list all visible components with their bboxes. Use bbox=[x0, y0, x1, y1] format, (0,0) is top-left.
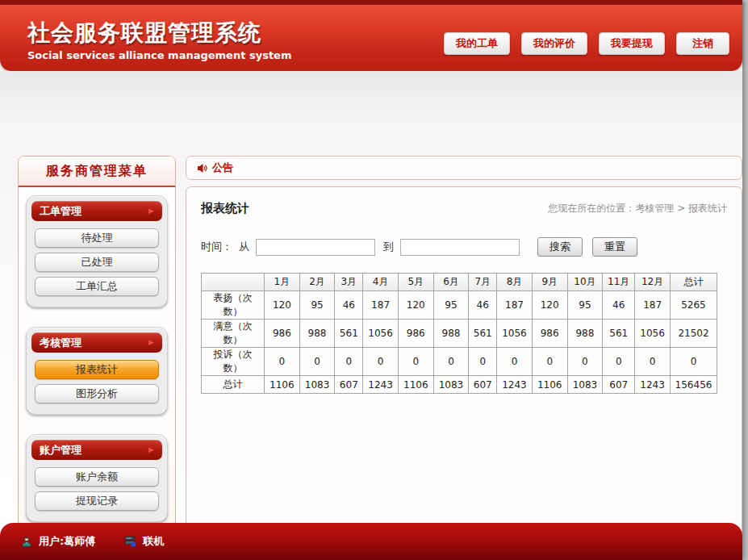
menu-group-items: 报表统计图形分析 bbox=[31, 353, 162, 409]
table-cell: 21502 bbox=[671, 320, 717, 348]
menu-group-header-workorder-management[interactable]: 工单管理▶ bbox=[31, 201, 162, 221]
row-label: 总计 bbox=[202, 376, 265, 394]
table-cell: 46 bbox=[469, 291, 497, 320]
table-cell: 0 bbox=[433, 348, 469, 376]
page-title: 报表统计 bbox=[201, 201, 249, 216]
table-cell: 0 bbox=[299, 348, 335, 376]
column-header: 1月 bbox=[265, 274, 300, 291]
table-row: 总计11061083607124311061083607124311061083… bbox=[202, 376, 717, 394]
sidebar-item-account-balance[interactable]: 账户余额 bbox=[35, 467, 159, 487]
table-cell: 0 bbox=[532, 348, 567, 376]
column-header: 6月 bbox=[433, 274, 469, 291]
main-panel: 报表统计 您现在所在的位置：考核管理 > 报表统计 时间： 从 到 搜索 重置 … bbox=[186, 186, 742, 560]
table-cell: 986 bbox=[398, 320, 433, 348]
time-label: 时间： bbox=[201, 240, 232, 254]
column-header: 2月 bbox=[299, 274, 335, 291]
table-cell: 187 bbox=[363, 291, 399, 320]
table-cell: 1056 bbox=[497, 320, 533, 348]
table-cell: 0 bbox=[497, 348, 533, 376]
table-cell: 1083 bbox=[567, 376, 603, 394]
app-header: 社会服务联盟管理系统 Social services alliance mana… bbox=[0, 0, 742, 71]
row-label: 投诉（次数） bbox=[202, 348, 265, 376]
announcement-label: 公告 bbox=[212, 161, 233, 175]
table-cell: 988 bbox=[433, 320, 469, 348]
table-cell: 1056 bbox=[635, 320, 671, 348]
table-cell: 156456 bbox=[671, 376, 717, 394]
header-top-strip bbox=[0, 0, 742, 5]
header-nav: 我的工单我的评价我要提现注销 bbox=[444, 32, 729, 55]
table-row: 表扬（次数）1209546187120954618712095461875265 bbox=[202, 291, 717, 320]
table-cell: 5265 bbox=[671, 291, 717, 320]
table-cell: 1243 bbox=[497, 376, 533, 394]
column-header: 9月 bbox=[532, 274, 567, 291]
menu-group-label: 考核管理 bbox=[40, 336, 81, 350]
announcement-bar: 公告 bbox=[186, 156, 742, 180]
table-cell: 95 bbox=[299, 291, 335, 320]
table-cell: 0 bbox=[671, 348, 717, 376]
footer-status-label: 联机 bbox=[143, 534, 164, 549]
table-cell: 561 bbox=[469, 320, 497, 348]
column-header: 5月 bbox=[398, 274, 433, 291]
table-cell: 1106 bbox=[265, 376, 300, 394]
app-footer: 用户:葛师傅 联机 bbox=[0, 523, 742, 560]
my-workorders-button[interactable]: 我的工单 bbox=[444, 32, 510, 55]
table-cell: 561 bbox=[335, 320, 363, 348]
menu-group-items: 账户余额提现记录 bbox=[31, 460, 162, 516]
table-cell: 1243 bbox=[363, 376, 399, 394]
column-header: 12月 bbox=[635, 274, 671, 291]
date-from-input[interactable] bbox=[256, 239, 375, 256]
column-header: 7月 bbox=[469, 274, 497, 291]
table-cell: 120 bbox=[265, 291, 300, 320]
sidebar-item-report-statistics[interactable]: 报表统计 bbox=[35, 360, 159, 379]
search-button[interactable]: 搜索 bbox=[537, 237, 583, 257]
table-cell: 561 bbox=[603, 320, 635, 348]
table-cell: 46 bbox=[335, 291, 363, 320]
report-table-head: 1月2月3月4月5月6月7月8月9月10月11月12月总计 bbox=[202, 274, 717, 291]
withdraw-button[interactable]: 我要提现 bbox=[599, 32, 665, 55]
sidebar-item-graph-analysis[interactable]: 图形分析 bbox=[35, 384, 159, 403]
sidebar-item-processed[interactable]: 已处理 bbox=[35, 253, 159, 272]
report-table-body: 表扬（次数）1209546187120954618712095461875265… bbox=[202, 291, 717, 394]
table-row: 满意（次数）9869885611056986988561105698698856… bbox=[202, 320, 717, 348]
sidebar-item-withdrawal-records[interactable]: 提现记录 bbox=[35, 491, 159, 511]
table-cell: 607 bbox=[335, 376, 363, 394]
row-label: 表扬（次数） bbox=[202, 291, 265, 320]
date-to-input[interactable] bbox=[400, 239, 520, 256]
menu-group-header-assessment-management[interactable]: 考核管理▶ bbox=[31, 332, 162, 353]
column-header: 10月 bbox=[567, 274, 603, 291]
column-header: 4月 bbox=[363, 274, 399, 291]
online-status-icon bbox=[124, 536, 136, 547]
time-filter-form: 时间： 从 到 搜索 重置 bbox=[201, 237, 727, 257]
table-cell: 1083 bbox=[299, 376, 335, 394]
column-header: 3月 bbox=[335, 274, 363, 291]
sidebar-item-pending[interactable]: 待处理 bbox=[35, 228, 159, 248]
sidebar-item-workorder-summary[interactable]: 工单汇总 bbox=[35, 277, 159, 296]
table-cell: 120 bbox=[398, 291, 433, 320]
sidebar: 服务商管理菜单 工单管理▶待处理已处理工单汇总考核管理▶报表统计图形分析账户管理… bbox=[18, 156, 176, 560]
table-cell: 0 bbox=[265, 348, 300, 376]
chevron-right-icon: ▶ bbox=[148, 339, 154, 346]
column-header bbox=[202, 274, 265, 291]
speaker-icon bbox=[197, 163, 207, 173]
user-icon bbox=[21, 536, 32, 547]
report-table: 1月2月3月4月5月6月7月8月9月10月11月12月总计 表扬（次数）1209… bbox=[201, 273, 717, 394]
row-label: 满意（次数） bbox=[202, 320, 265, 348]
brand: 社会服务联盟管理系统 Social services alliance mana… bbox=[27, 18, 291, 61]
logout-button[interactable]: 注销 bbox=[676, 32, 729, 55]
table-cell: 0 bbox=[335, 348, 363, 376]
menu-group-label: 账户管理 bbox=[40, 443, 81, 458]
to-label: 到 bbox=[383, 240, 394, 254]
table-cell: 1106 bbox=[532, 376, 567, 394]
menu-group-label: 工单管理 bbox=[40, 204, 81, 219]
table-cell: 0 bbox=[635, 348, 671, 376]
table-cell: 0 bbox=[469, 348, 497, 376]
menu-group-header-account-management[interactable]: 账户管理▶ bbox=[31, 440, 162, 460]
breadcrumb: 您现在所在的位置：考核管理 > 报表统计 bbox=[548, 202, 727, 215]
column-header: 总计 bbox=[671, 274, 717, 291]
menu-group-items: 待处理已处理工单汇总 bbox=[31, 221, 162, 302]
table-header-row: 1月2月3月4月5月6月7月8月9月10月11月12月总计 bbox=[202, 274, 717, 291]
my-reviews-button[interactable]: 我的评价 bbox=[521, 32, 587, 55]
table-cell: 95 bbox=[567, 291, 603, 320]
table-cell: 95 bbox=[433, 291, 469, 320]
reset-button[interactable]: 重置 bbox=[592, 237, 637, 257]
